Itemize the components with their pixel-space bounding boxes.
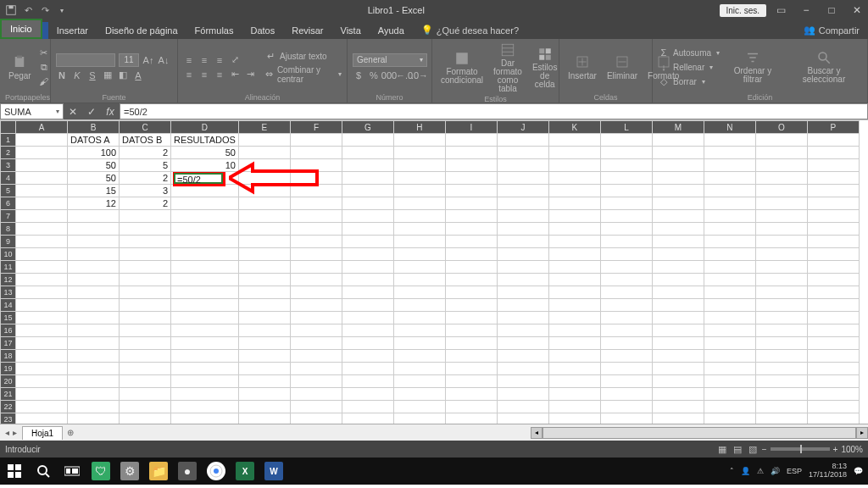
col-header-D[interactable]: D bbox=[171, 121, 239, 134]
cell-C8[interactable] bbox=[120, 223, 171, 236]
cell-P14[interactable] bbox=[807, 299, 859, 312]
cell-N13[interactable] bbox=[704, 286, 755, 299]
cell-E8[interactable] bbox=[238, 223, 290, 236]
cell-G2[interactable] bbox=[342, 147, 393, 159]
cell-H10[interactable] bbox=[393, 248, 445, 261]
cell-L5[interactable] bbox=[600, 185, 652, 197]
cell-C1[interactable]: DATOS B bbox=[120, 134, 171, 147]
cell-N20[interactable] bbox=[704, 375, 755, 388]
cell-E12[interactable] bbox=[238, 274, 290, 286]
cell-F17[interactable] bbox=[290, 337, 342, 350]
cell-A17[interactable] bbox=[16, 337, 68, 350]
fx-icon[interactable]: fx bbox=[101, 106, 120, 118]
align-left-icon[interactable]: ≡ bbox=[183, 69, 195, 80]
cell-O6[interactable] bbox=[755, 197, 807, 210]
decrease-indent-icon[interactable]: ⇤ bbox=[229, 69, 241, 80]
row-header-20[interactable]: 20 bbox=[1, 375, 16, 388]
orientation-icon[interactable]: ⤢ bbox=[229, 54, 241, 66]
cell-B6[interactable]: 12 bbox=[68, 197, 120, 210]
tab-formulas[interactable]: Fórmulas bbox=[186, 22, 242, 39]
cell-L2[interactable] bbox=[600, 147, 652, 159]
cell-A13[interactable] bbox=[16, 286, 68, 299]
italic-button[interactable]: K bbox=[71, 69, 83, 81]
tab-page-layout[interactable]: Diseño de página bbox=[97, 22, 186, 39]
cell-K5[interactable] bbox=[548, 185, 600, 197]
cell-A19[interactable] bbox=[16, 363, 68, 375]
cell-N12[interactable] bbox=[704, 274, 755, 286]
cell-B12[interactable] bbox=[68, 274, 120, 286]
cell-C22[interactable] bbox=[120, 401, 171, 413]
cell-D23[interactable] bbox=[171, 413, 239, 424]
cell-P11[interactable] bbox=[807, 261, 859, 274]
cell-J6[interactable] bbox=[497, 197, 548, 210]
scroll-right-icon[interactable]: ▸ bbox=[856, 427, 868, 439]
cell-L1[interactable] bbox=[600, 134, 652, 147]
cell-I23[interactable] bbox=[445, 413, 497, 424]
cell-N11[interactable] bbox=[704, 261, 755, 274]
cell-B1[interactable]: DATOS A bbox=[68, 134, 120, 147]
row-header-15[interactable]: 15 bbox=[1, 312, 16, 324]
cell-I4[interactable] bbox=[445, 172, 497, 185]
cell-H11[interactable] bbox=[393, 261, 445, 274]
cell-G16[interactable] bbox=[342, 324, 393, 337]
col-header-C[interactable]: C bbox=[120, 121, 171, 134]
cell-M20[interactable] bbox=[652, 375, 704, 388]
cell-I17[interactable] bbox=[445, 337, 497, 350]
cell-K8[interactable] bbox=[548, 223, 600, 236]
enter-formula-icon[interactable]: ✓ bbox=[82, 106, 101, 118]
cell-K17[interactable] bbox=[548, 337, 600, 350]
cell-B17[interactable] bbox=[68, 337, 120, 350]
increase-indent-icon[interactable]: ⇥ bbox=[244, 69, 256, 80]
cell-C7[interactable] bbox=[120, 210, 171, 223]
cell-F8[interactable] bbox=[290, 223, 342, 236]
cell-M16[interactable] bbox=[652, 324, 704, 337]
cell-K23[interactable] bbox=[548, 413, 600, 424]
cell-O16[interactable] bbox=[755, 324, 807, 337]
zoom-slider[interactable] bbox=[771, 447, 830, 451]
tray-people-icon[interactable]: 👤 bbox=[741, 467, 750, 475]
cell-O18[interactable] bbox=[755, 350, 807, 363]
wrap-text-button[interactable]: ↵Ajustar texto bbox=[264, 51, 342, 63]
cell-D21[interactable] bbox=[171, 388, 239, 401]
cell-E1[interactable] bbox=[238, 134, 290, 147]
cell-N5[interactable] bbox=[704, 185, 755, 197]
cell-J17[interactable] bbox=[497, 337, 548, 350]
cell-C3[interactable]: 5 bbox=[120, 159, 171, 172]
cell-D1[interactable]: RESULTADOS bbox=[171, 134, 239, 147]
cell-O14[interactable] bbox=[755, 299, 807, 312]
fill-button[interactable]: ↓Rellenar▾ bbox=[658, 61, 720, 73]
cell-B7[interactable] bbox=[68, 210, 120, 223]
cell-E17[interactable] bbox=[238, 337, 290, 350]
cell-O7[interactable] bbox=[755, 210, 807, 223]
paste-button[interactable]: Pegar bbox=[5, 53, 35, 82]
cell-L4[interactable] bbox=[600, 172, 652, 185]
col-header-F[interactable]: F bbox=[290, 121, 342, 134]
cell-I9[interactable] bbox=[445, 236, 497, 248]
undo-icon[interactable]: ↶ bbox=[22, 4, 34, 16]
cell-B18[interactable] bbox=[68, 350, 120, 363]
spreadsheet-grid[interactable]: ABCDEFGHIJKLMNOP1DATOS ADATOS BRESULTADO… bbox=[0, 120, 868, 424]
cell-E13[interactable] bbox=[238, 286, 290, 299]
cell-P2[interactable] bbox=[807, 147, 859, 159]
cell-P22[interactable] bbox=[807, 401, 859, 413]
row-header-12[interactable]: 12 bbox=[1, 274, 16, 286]
cell-J1[interactable] bbox=[497, 134, 548, 147]
cell-K13[interactable] bbox=[548, 286, 600, 299]
cell-K6[interactable] bbox=[548, 197, 600, 210]
delete-cells-button[interactable]: Eliminar bbox=[604, 53, 641, 82]
tray-clock[interactable]: 8:13 17/11/2018 bbox=[809, 463, 847, 480]
cell-M22[interactable] bbox=[652, 401, 704, 413]
cell-B19[interactable] bbox=[68, 363, 120, 375]
row-header-13[interactable]: 13 bbox=[1, 286, 16, 299]
cell-P20[interactable] bbox=[807, 375, 859, 388]
cell-H23[interactable] bbox=[393, 413, 445, 424]
row-header-2[interactable]: 2 bbox=[1, 147, 16, 159]
cell-M12[interactable] bbox=[652, 274, 704, 286]
cell-I8[interactable] bbox=[445, 223, 497, 236]
cell-A14[interactable] bbox=[16, 299, 68, 312]
cell-G11[interactable] bbox=[342, 261, 393, 274]
cell-J13[interactable] bbox=[497, 286, 548, 299]
sign-in-button[interactable]: Inic. ses. bbox=[720, 4, 766, 17]
cell-D18[interactable] bbox=[171, 350, 239, 363]
cut-icon[interactable]: ✂ bbox=[38, 47, 50, 58]
